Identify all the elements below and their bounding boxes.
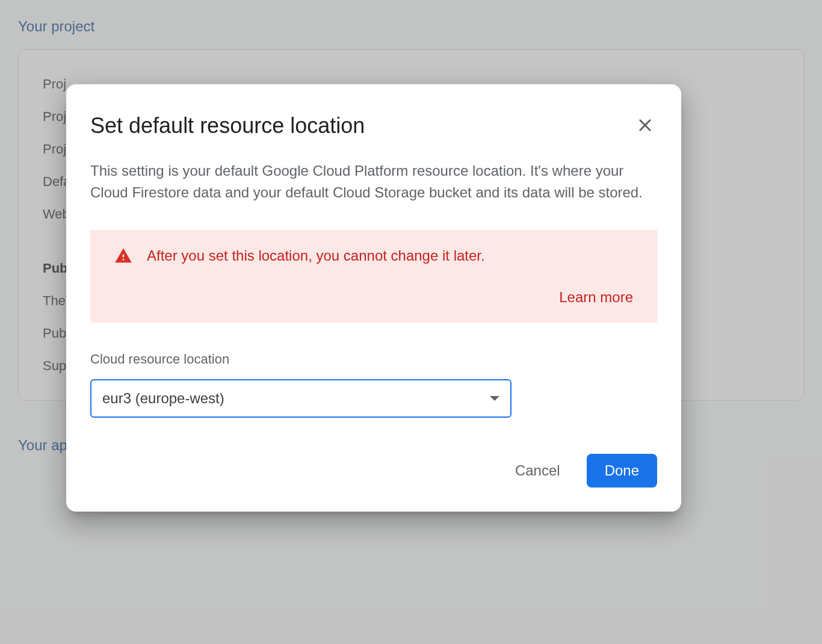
location-select[interactable]: eur3 (europe-west) xyxy=(90,379,511,418)
warning-icon xyxy=(114,247,132,265)
dialog-actions: Cancel Done xyxy=(90,454,657,488)
learn-more-link[interactable]: Learn more xyxy=(559,289,633,306)
warning-text: After you set this location, you cannot … xyxy=(147,247,485,264)
done-button[interactable]: Done xyxy=(587,454,657,488)
location-field-label: Cloud resource location xyxy=(90,351,657,367)
resource-location-dialog: Set default resource location This setti… xyxy=(66,84,681,512)
dialog-description: This setting is your default Google Clou… xyxy=(90,160,657,203)
warning-banner: After you set this location, you cannot … xyxy=(90,230,657,323)
chevron-down-icon xyxy=(490,396,499,401)
close-icon xyxy=(637,117,654,134)
location-select-value: eur3 (europe-west) xyxy=(102,390,224,407)
close-button[interactable] xyxy=(633,113,657,137)
cancel-button[interactable]: Cancel xyxy=(505,455,570,486)
dialog-title: Set default resource location xyxy=(90,113,365,138)
